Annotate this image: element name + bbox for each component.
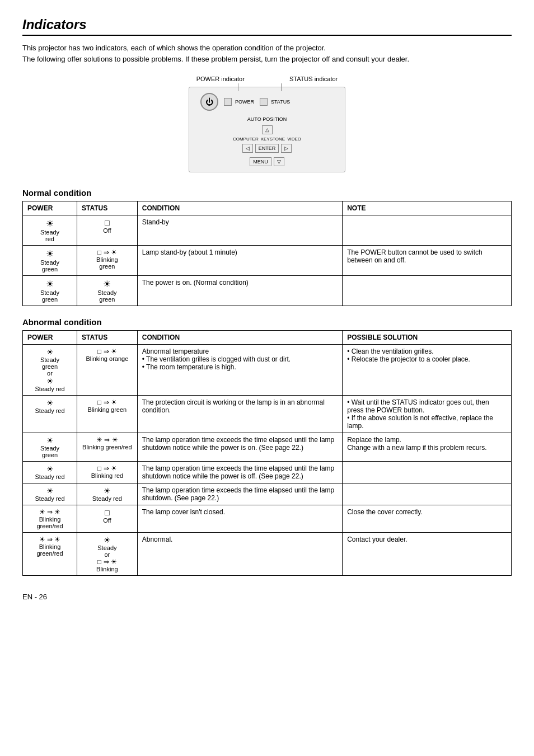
abnormal-power-cell: ☀ ⇒ ☀Blinkinggreen/red — [23, 533, 77, 576]
intro-text: This projector has two indicators, each … — [22, 43, 512, 64]
normal-col-power: POWER — [23, 201, 77, 215]
table-row: ☀Steady green□ ⇒ ☀BlinkinggreenLamp stan… — [23, 246, 512, 276]
power-button-icon: ⏻ — [200, 93, 218, 111]
status-indicator-label: STATUS indicator — [289, 76, 338, 82]
table-row: ☀ ⇒ ☀Blinkinggreen/red☀Steadyor□ ⇒ ☀Blin… — [23, 533, 512, 576]
status-indicator-box: STATUS — [260, 98, 290, 106]
normal-status-cell: ☀Steadygreen — [77, 276, 138, 306]
page-number: EN - 26 — [22, 593, 512, 601]
abnormal-status-cell: □ ⇒ ☀Blinking green — [77, 396, 138, 433]
table-row: ☀Steady green☀SteadygreenThe power is on… — [23, 276, 512, 306]
abnormal-power-cell: ☀Steadygreenor☀Steady red — [23, 345, 77, 396]
abnormal-solution-cell: • Clean the ventilation grilles. • Reloc… — [343, 345, 512, 396]
diagram-area: POWER indicator STATUS indicator ⏻ POWER… — [22, 76, 512, 172]
normal-condition-title: Normal condition — [22, 188, 512, 198]
page-title: Indicators — [22, 17, 512, 36]
abnormal-condition-cell: The lamp operation time exceeds the time… — [137, 462, 342, 483]
abnormal-col-solution: POSSIBLE SOLUTION — [343, 331, 512, 345]
panel-controls: AUTO POSITION △ COMPUTER KEYSTONE VIDEO … — [200, 116, 334, 166]
abnormal-status-cell: ☀ ⇒ ☀Blinking green/red — [77, 433, 138, 462]
abnormal-condition-cell: The lamp operation time exceeds the time… — [137, 433, 342, 462]
abnormal-col-power: POWER — [23, 331, 77, 345]
abnormal-col-status: STATUS — [77, 331, 138, 345]
normal-col-condition: CONDITION — [137, 201, 342, 215]
abnormal-condition-title: Abnormal condition — [22, 317, 512, 327]
table-row: ☀ ⇒ ☀Blinkinggreen/red□OffThe lamp cover… — [23, 505, 512, 533]
abnormal-solution-cell: Contact your dealer. — [343, 533, 512, 576]
abnormal-status-cell: □ ⇒ ☀Blinking orange — [77, 345, 138, 396]
table-row: ☀Steadygreenor☀Steady red□ ⇒ ☀Blinking o… — [23, 345, 512, 396]
normal-status-cell: □Off — [77, 215, 138, 246]
normal-note-cell — [343, 276, 512, 306]
abnormal-solution-cell — [343, 483, 512, 505]
abnormal-status-cell: □ ⇒ ☀Blinking red — [77, 462, 138, 483]
abnormal-solution-cell — [343, 462, 512, 483]
abnormal-power-cell: ☀Steadygreen — [23, 433, 77, 462]
abnormal-status-cell: ☀Steadyor□ ⇒ ☀Blinking — [77, 533, 138, 576]
power-indicator-label: POWER indicator — [196, 76, 245, 82]
abnormal-solution-cell: Replace the lamp. Change with a new lamp… — [343, 433, 512, 462]
normal-note-cell: The POWER button cannot be used to switc… — [343, 246, 512, 276]
abnormal-condition-table: POWER STATUS CONDITION POSSIBLE SOLUTION… — [22, 330, 512, 576]
normal-condition-table: POWER STATUS CONDITION NOTE ☀Steady red□… — [22, 201, 512, 306]
table-row: ☀Steadygreen☀ ⇒ ☀Blinking green/redThe l… — [23, 433, 512, 462]
table-row: ☀Steady red□ ⇒ ☀Blinking redThe lamp ope… — [23, 462, 512, 483]
normal-col-status: STATUS — [77, 201, 138, 215]
power-indicator-box: POWER — [224, 98, 254, 106]
normal-power-cell: ☀Steady green — [23, 276, 77, 306]
abnormal-status-cell: ☀Steady red — [77, 483, 138, 505]
normal-power-cell: ☀Steady red — [23, 215, 77, 246]
abnormal-solution-cell: Close the cover correctly. — [343, 505, 512, 533]
normal-condition-cell: Lamp stand-by (about 1 minute) — [137, 246, 342, 276]
table-row: ☀Steady red□ ⇒ ☀Blinking greenThe protec… — [23, 396, 512, 433]
normal-col-note: NOTE — [343, 201, 512, 215]
abnormal-condition-cell: Abnormal. — [137, 533, 342, 576]
abnormal-power-cell: ☀Steady red — [23, 396, 77, 433]
abnormal-condition-cell: The protection circuit is working or the… — [137, 396, 342, 433]
normal-status-cell: □ ⇒ ☀Blinkinggreen — [77, 246, 138, 276]
abnormal-solution-cell: • Wait until the STATUS indicator goes o… — [343, 396, 512, 433]
abnormal-condition-cell: The lamp cover isn't closed. — [137, 505, 342, 533]
abnormal-power-cell: ☀Steady red — [23, 483, 77, 505]
normal-power-cell: ☀Steady green — [23, 246, 77, 276]
abnormal-power-cell: ☀ ⇒ ☀Blinkinggreen/red — [23, 505, 77, 533]
abnormal-status-cell: □Off — [77, 505, 138, 533]
abnormal-condition-cell: Abnormal temperature • The ventilation g… — [137, 345, 342, 396]
abnormal-condition-cell: The lamp operation time exceeds the time… — [137, 483, 342, 505]
table-row: ☀Steady red□OffStand-by — [23, 215, 512, 246]
normal-note-cell — [343, 215, 512, 246]
normal-condition-cell: The power is on. (Normal condition) — [137, 276, 342, 306]
table-row: ☀Steady red☀Steady redThe lamp operation… — [23, 483, 512, 505]
abnormal-power-cell: ☀Steady red — [23, 462, 77, 483]
normal-condition-cell: Stand-by — [137, 215, 342, 246]
abnormal-col-condition: CONDITION — [137, 331, 342, 345]
